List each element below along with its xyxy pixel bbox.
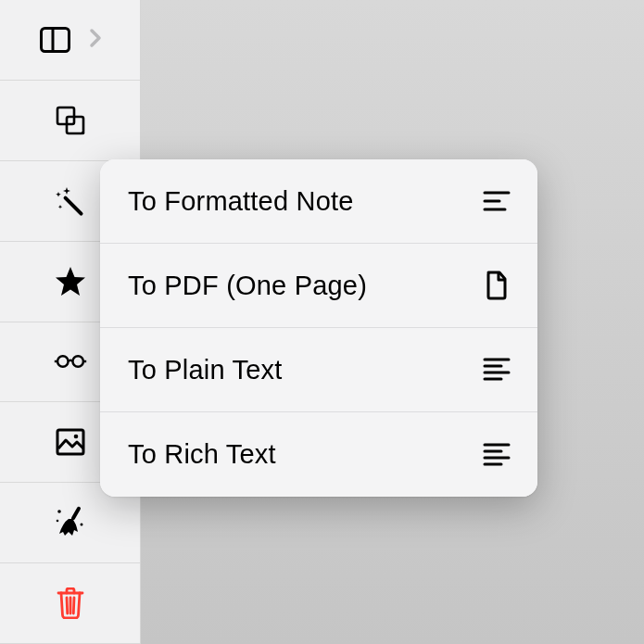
- wand-icon: [54, 184, 87, 218]
- sidebar-item-merge[interactable]: [0, 81, 140, 161]
- text-lines-icon: [482, 186, 511, 216]
- document-icon: [482, 271, 511, 300]
- menu-item-label: To Plain Text: [128, 355, 283, 385]
- menu-item-rich-text[interactable]: To Rich Text: [100, 412, 537, 497]
- svg-rect-0: [42, 28, 69, 51]
- svg-rect-10: [57, 430, 83, 454]
- glasses-icon: [54, 345, 87, 378]
- menu-item-pdf[interactable]: To PDF (One Page): [100, 244, 537, 328]
- menu-item-label: To Rich Text: [128, 439, 276, 470]
- svg-point-4: [81, 132, 84, 135]
- trash-icon: [54, 587, 87, 620]
- menu-item-formatted-note[interactable]: To Formatted Note: [100, 159, 537, 244]
- svg-point-7: [72, 357, 82, 367]
- svg-point-13: [57, 510, 61, 513]
- menu-item-label: To Formatted Note: [128, 186, 354, 217]
- star-icon: [54, 265, 87, 298]
- broom-icon: [54, 506, 87, 539]
- text-left-icon: [482, 440, 511, 470]
- svg-point-11: [73, 435, 78, 439]
- svg-point-15: [56, 520, 58, 523]
- menu-item-label: To PDF (One Page): [128, 271, 367, 301]
- svg-rect-5: [62, 195, 83, 216]
- svg-line-17: [67, 598, 68, 613]
- sidebar-item-trash[interactable]: [0, 563, 140, 644]
- sidebar-item-panel[interactable]: [0, 0, 140, 81]
- chevron-right-icon: [89, 28, 102, 52]
- svg-point-14: [80, 524, 82, 526]
- svg-line-19: [73, 598, 74, 613]
- menu-item-plain-text[interactable]: To Plain Text: [100, 328, 537, 412]
- svg-rect-12: [70, 506, 81, 521]
- merge-icon: [54, 104, 87, 137]
- image-icon: [54, 425, 87, 459]
- convert-menu: To Formatted Note To PDF (One Page) To P…: [100, 159, 537, 497]
- svg-point-6: [57, 357, 68, 367]
- panel-icon: [39, 23, 72, 57]
- text-left-icon: [482, 355, 511, 385]
